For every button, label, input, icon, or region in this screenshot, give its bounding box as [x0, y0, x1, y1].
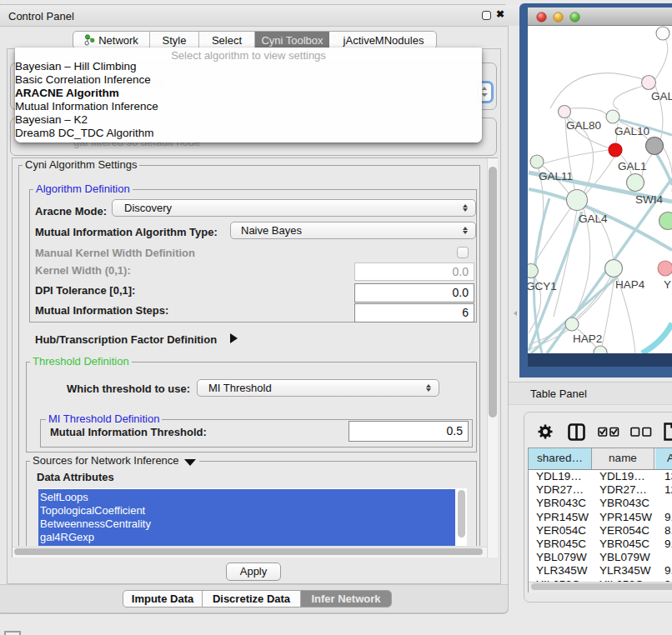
svg-text:GAL11: GAL11 [539, 170, 573, 182]
svg-text:GAL80: GAL80 [566, 119, 601, 132]
svg-text:GAL4: GAL4 [579, 212, 608, 225]
svg-text:Y: Y [664, 278, 671, 291]
svg-text:GAL10: GAL10 [614, 125, 649, 138]
svg-text:SWI4: SWI4 [635, 193, 663, 206]
svg-text:GCY1: GCY1 [528, 280, 557, 292]
svg-text:GAL7: GAL7 [651, 90, 672, 102]
svg-text:HAP2: HAP2 [573, 332, 602, 345]
svg-text:HAP4: HAP4 [615, 278, 645, 291]
svg-text:GAL1: GAL1 [618, 160, 647, 172]
